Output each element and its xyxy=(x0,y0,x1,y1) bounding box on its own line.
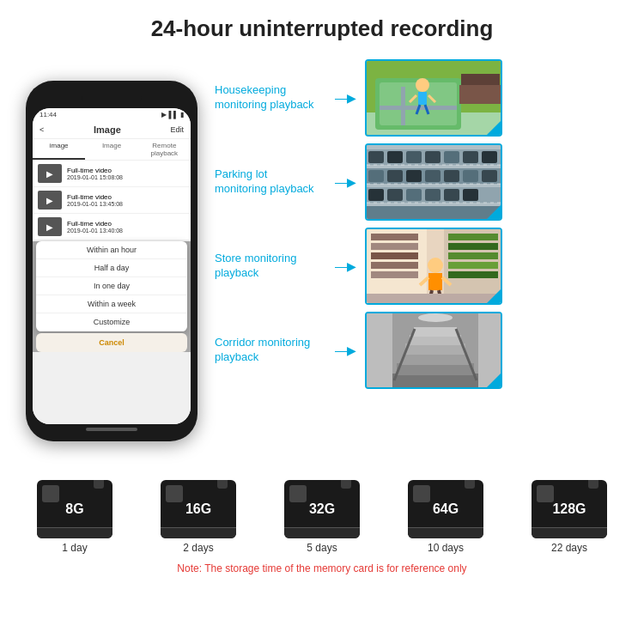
list-item[interactable]: ▶ Full-time video 2019-01-01 13:45:08 xyxy=(33,187,191,213)
dropdown-item-week[interactable]: Within a week xyxy=(36,295,187,313)
video-thumb: ▶ xyxy=(38,191,62,210)
monitoring-label-parking: Parking lotmonitoring playback xyxy=(215,167,326,197)
svg-point-55 xyxy=(428,258,443,273)
svg-rect-23 xyxy=(444,151,459,163)
monitoring-arrow-corridor: —▶ xyxy=(335,343,356,357)
svg-rect-37 xyxy=(444,189,459,201)
video-thumb: ▶ xyxy=(38,217,62,236)
monitoring-container: Housekeepingmonitoring playback —▶ xyxy=(215,51,627,471)
sd-size-128g: 128G xyxy=(552,501,586,517)
list-item[interactable]: ▶ Full-time video 2019-01-01 15:08:08 xyxy=(33,161,191,186)
svg-rect-20 xyxy=(387,151,403,163)
parking-photo xyxy=(367,145,501,219)
svg-rect-48 xyxy=(371,262,418,269)
svg-rect-56 xyxy=(428,273,442,290)
svg-rect-30 xyxy=(444,170,459,182)
screen-title: Image xyxy=(94,125,121,135)
svg-rect-32 xyxy=(482,170,497,182)
sd-notch xyxy=(588,480,598,489)
sd-card-item-64g: 64G 10 days xyxy=(408,480,483,554)
sd-notch xyxy=(465,480,475,489)
svg-rect-36 xyxy=(425,189,440,201)
list-item[interactable]: ▶ Full-time video 2019-01-01 13:40:08 xyxy=(33,214,191,240)
svg-rect-33 xyxy=(368,189,384,201)
page-header: 24-hour uninterrupted recording xyxy=(0,0,644,51)
monitoring-image-parking xyxy=(365,143,502,221)
storage-note: Note: The storage time of the memory car… xyxy=(13,559,631,578)
sd-size-16g: 16G xyxy=(185,501,211,517)
svg-rect-25 xyxy=(482,151,497,163)
svg-rect-54 xyxy=(448,271,498,278)
monitoring-arrow-store: —▶ xyxy=(335,259,356,273)
sd-card-128g: 128G xyxy=(532,480,607,538)
svg-rect-63 xyxy=(367,313,392,389)
monitoring-arrow-housekeeping: —▶ xyxy=(335,91,356,105)
svg-rect-65 xyxy=(392,374,478,389)
dropdown-item-within-hour[interactable]: Within an hour xyxy=(36,241,187,259)
sd-size-64g: 64G xyxy=(433,501,459,517)
sd-days-128g: 22 days xyxy=(551,542,587,554)
sd-card-64g: 64G xyxy=(408,480,483,538)
svg-rect-53 xyxy=(448,262,498,269)
sd-days-64g: 10 days xyxy=(428,542,464,554)
svg-point-73 xyxy=(418,313,453,322)
screen-back[interactable]: < xyxy=(39,125,44,134)
monitoring-item-corridor: Corridor monitoringplayback —▶ xyxy=(215,312,627,389)
tab-image[interactable]: image xyxy=(33,139,85,160)
video-date: 2019-01-01 13:45:08 xyxy=(67,201,123,207)
dropdown-cancel-button[interactable]: Cancel xyxy=(36,333,187,352)
screen-time: 11:44 xyxy=(39,111,57,118)
dropdown-overlay: Within an hour Half a day In one day Wit… xyxy=(33,241,191,352)
corner-arrow-housekeeping xyxy=(485,119,502,137)
sd-card-item-32g: 32G 5 days xyxy=(284,480,360,554)
sd-card-16g: 16G xyxy=(161,480,236,538)
monitoring-item-store: Store monitoringplayback —▶ xyxy=(215,228,627,305)
video-title: Full-time video xyxy=(67,193,123,201)
dropdown-menu: Within an hour Half a day In one day Wit… xyxy=(36,241,187,331)
sd-card-item-8g: 8G 1 day xyxy=(37,480,112,554)
phone-container: 11:44 ▶ ▌▌ ▮ < Image Edit image Image Re… xyxy=(17,51,206,471)
video-info: Full-time video 2019-01-01 15:08:08 xyxy=(67,167,123,180)
sd-card-item-16g: 16G 2 days xyxy=(161,480,236,554)
dropdown-item-one-day[interactable]: In one day xyxy=(36,277,187,295)
sd-card-32g: 32G xyxy=(284,480,360,538)
screen-edit[interactable]: Edit xyxy=(170,125,184,134)
svg-rect-22 xyxy=(425,151,440,163)
svg-rect-45 xyxy=(371,234,418,240)
phone-screen: 11:44 ▶ ▌▌ ▮ < Image Edit image Image Re… xyxy=(33,108,191,424)
screen-status-bar: 11:44 ▶ ▌▌ ▮ xyxy=(33,108,191,121)
main-content: 11:44 ▶ ▌▌ ▮ < Image Edit image Image Re… xyxy=(0,51,644,471)
svg-rect-67 xyxy=(401,353,470,365)
housekeeping-photo xyxy=(367,61,501,135)
svg-point-6 xyxy=(416,78,429,92)
svg-rect-51 xyxy=(448,243,498,250)
tab-remote[interactable]: Remote playback xyxy=(138,139,191,160)
page-title: 24-hour uninterrupted recording xyxy=(17,15,627,42)
svg-rect-27 xyxy=(387,170,403,182)
video-title: Full-time video xyxy=(67,220,123,228)
video-date: 2019-01-01 15:08:08 xyxy=(67,174,123,180)
sd-notch xyxy=(94,480,104,489)
svg-rect-21 xyxy=(406,151,422,163)
svg-rect-13 xyxy=(459,85,501,104)
dropdown-item-customize[interactable]: Customize xyxy=(36,313,187,331)
svg-rect-35 xyxy=(406,189,422,201)
video-thumb: ▶ xyxy=(38,164,62,183)
svg-rect-34 xyxy=(387,189,403,201)
tab-image2[interactable]: Image xyxy=(85,139,137,160)
corner-arrow-corridor xyxy=(485,372,502,389)
svg-rect-49 xyxy=(371,271,418,278)
monitoring-image-housekeeping xyxy=(365,59,502,137)
svg-rect-24 xyxy=(463,151,478,163)
sd-card-item-128g: 128G 22 days xyxy=(532,480,607,554)
dropdown-item-half-day[interactable]: Half a day xyxy=(36,259,187,277)
corridor-photo xyxy=(367,313,501,387)
video-date: 2019-01-01 13:40:08 xyxy=(67,228,123,234)
sd-card-8g: 8G xyxy=(37,480,112,538)
svg-rect-47 xyxy=(371,252,418,259)
sd-days-16g: 2 days xyxy=(183,542,213,554)
monitoring-label-store: Store monitoringplayback xyxy=(215,252,326,281)
screen-header: < Image Edit xyxy=(33,121,191,139)
phone-mockup: 11:44 ▶ ▌▌ ▮ < Image Edit image Image Re… xyxy=(26,81,197,441)
svg-rect-46 xyxy=(371,243,418,250)
